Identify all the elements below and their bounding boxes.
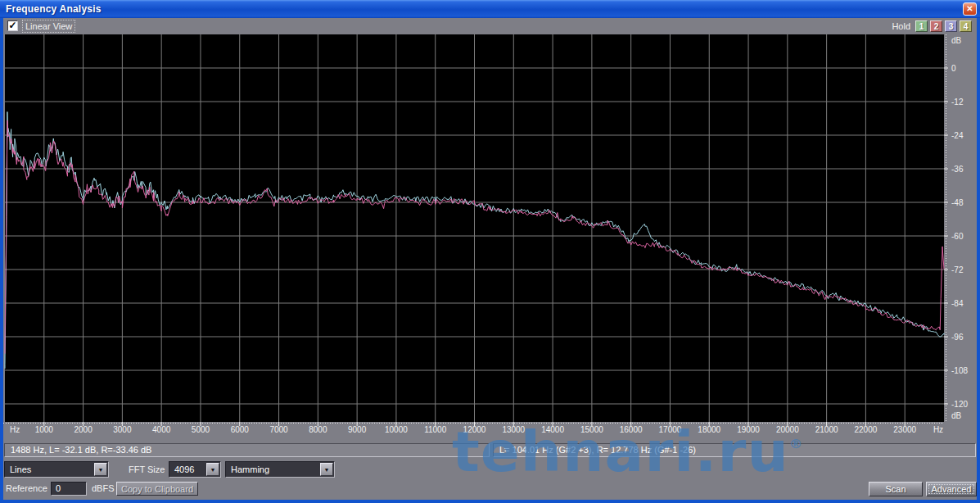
y-axis-tick-label: -48 — [951, 198, 964, 207]
x-axis-tick-label: 2000 — [74, 425, 93, 434]
reference-value: 0 — [56, 483, 61, 493]
window-function-select[interactable]: Hamming ▼ — [225, 461, 335, 478]
toolbar: ✓ Linear View Hold 1234 — [3, 18, 977, 34]
y-axis-unit-top: dB — [951, 36, 962, 45]
hold-buttons: 1234 — [915, 20, 972, 32]
x-axis-tick-label: 17000 — [659, 425, 682, 434]
x-axis-tick-label: 5000 — [192, 425, 210, 434]
scan-button[interactable]: Scan — [869, 482, 923, 496]
title-bar[interactable]: Frequency Analysis ✕ — [0, 0, 980, 18]
fft-size-label: FFT Size — [129, 461, 165, 478]
y-axis-tick-label: 0 — [951, 64, 956, 73]
y-axis-tick-label: -24 — [951, 131, 964, 140]
y-axis-tick-label: -60 — [951, 232, 964, 241]
spectrum-chart[interactable]: dB0-12-24-36-48-60-72-84-96-108-120dBHz1… — [3, 34, 977, 436]
chevron-down-icon[interactable]: ▼ — [206, 463, 219, 476]
chevron-down-icon[interactable]: ▼ — [94, 463, 107, 476]
x-axis-unit-right: Hz — [933, 425, 943, 434]
display-mode-select[interactable]: Lines ▼ — [4, 461, 109, 478]
linear-view-label[interactable]: Linear View — [23, 20, 75, 32]
copy-to-clipboard-button[interactable]: Copy to Clipboard — [116, 482, 198, 496]
window-body: ✓ Linear View Hold 1234 dB0-12-24-36-48-… — [3, 18, 977, 500]
y-axis-tick-label: -84 — [951, 299, 964, 308]
x-axis-tick-label: 21000 — [815, 425, 838, 434]
cursor-status-text: 1488 Hz, L= -32.1 dB, R=-33.46 dB — [11, 445, 151, 455]
x-axis-tick-label: 4000 — [152, 425, 171, 434]
controls-row: Lines ▼ FFT Size 4096 ▼ Hamming ▼ — [3, 461, 977, 478]
linear-view-checkbox[interactable]: ✓ — [7, 20, 18, 31]
peak-status-text: L= 104.01 Hz (G#2 +3), R= 12.778 Hz (G#-… — [499, 445, 696, 455]
x-axis-tick-label: 10000 — [385, 425, 408, 434]
close-icon: ✕ — [966, 5, 973, 13]
advanced-button[interactable]: Advanced — [926, 482, 977, 496]
y-axis-tick-label: -120 — [951, 400, 968, 409]
frequency-analysis-window: Frequency Analysis ✕ ✓ Linear View Hold … — [0, 0, 980, 503]
reference-label: Reference — [6, 482, 47, 496]
chevron-down-icon[interactable]: ▼ — [320, 463, 333, 476]
reference-input[interactable]: 0 — [51, 482, 87, 496]
hold-button-2[interactable]: 2 — [930, 20, 942, 32]
x-axis-tick-label: 11000 — [424, 425, 447, 434]
x-axis-tick-label: 18000 — [698, 425, 720, 434]
x-axis-tick-label: 22000 — [855, 425, 878, 434]
fft-size-value: 4096 — [174, 464, 194, 474]
cursor-status-field: 1488 Hz, L= -32.1 dB, R=-33.46 dB — [4, 443, 490, 457]
x-axis-tick-label: 12000 — [463, 425, 486, 434]
y-axis-tick-label: -96 — [951, 333, 964, 342]
close-button[interactable]: ✕ — [963, 2, 977, 16]
x-axis-tick-label: 9000 — [348, 425, 367, 434]
x-axis-tick-label: 16000 — [620, 425, 643, 434]
dbfs-label: dBFS — [92, 482, 115, 496]
checkmark-icon: ✓ — [8, 20, 16, 30]
x-axis-tick-label: 1000 — [35, 425, 54, 434]
hold-button-4[interactable]: 4 — [960, 20, 972, 32]
peak-status-field: L= 104.01 Hz (G#2 +3), R= 12.778 Hz (G#-… — [493, 443, 976, 457]
window-function-value: Hamming — [231, 464, 269, 474]
x-axis-tick-label: 13000 — [502, 425, 525, 434]
x-axis-tick-label: 15000 — [580, 425, 603, 434]
bottom-row: Reference 0 dBFS Copy to Clipboard Scan … — [3, 482, 977, 498]
x-axis-tick-label: 8000 — [309, 425, 327, 434]
x-axis-tick-label: 6000 — [231, 425, 250, 434]
y-axis-tick-label: -12 — [951, 97, 964, 106]
hold-button-3[interactable]: 3 — [945, 20, 957, 32]
y-axis-unit-bottom: dB — [951, 411, 962, 420]
x-axis-tick-label: 20000 — [776, 425, 799, 434]
fft-size-select[interactable]: 4096 ▼ — [169, 461, 221, 478]
x-axis-unit-left: Hz — [10, 425, 20, 434]
y-axis-tick-label: -36 — [951, 165, 964, 174]
x-axis-tick-label: 19000 — [737, 425, 760, 434]
window-title: Frequency Analysis — [0, 3, 102, 15]
y-axis-tick-label: -72 — [951, 265, 964, 274]
hold-label: Hold — [892, 21, 910, 31]
hold-button-1[interactable]: 1 — [915, 20, 928, 32]
y-axis-tick-label: -108 — [951, 366, 968, 375]
x-axis-tick-label: 3000 — [113, 425, 132, 434]
x-axis-tick-label: 23000 — [893, 425, 916, 434]
display-mode-value: Lines — [10, 464, 31, 474]
hold-area: Hold 1234 — [892, 20, 972, 32]
x-axis-tick-label: 14000 — [541, 425, 564, 434]
x-axis-tick-label: 7000 — [269, 425, 288, 434]
